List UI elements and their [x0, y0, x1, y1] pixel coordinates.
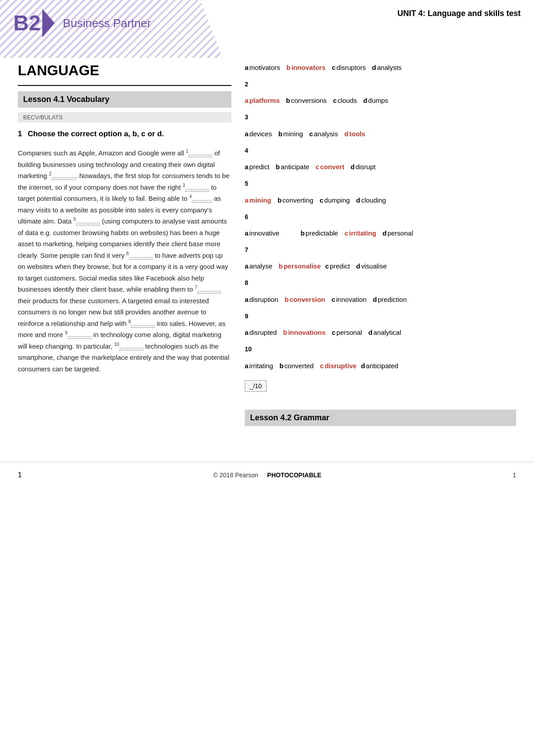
blank-7: .............: [197, 285, 221, 293]
q-number-2: 2: [245, 79, 516, 89]
opt-label-10b: b: [279, 362, 283, 370]
q-number-6: 6: [245, 212, 516, 222]
answer-row-6-header: 6: [245, 212, 516, 222]
opt-label-8a: a: [245, 296, 248, 303]
answer-row-3: adevices bmining canalysis dtools: [245, 129, 516, 139]
opt-label-4b: b: [276, 163, 280, 171]
blank-6: .............: [129, 252, 153, 260]
answer-row-9: adisrupted binnovations cpersonal danaly…: [245, 327, 516, 338]
opt-text-9b: innovations: [288, 329, 325, 336]
opt-label-7b: b: [279, 262, 283, 270]
answer-row-10: airritating bconverted cdisruptivedantic…: [245, 361, 516, 371]
answer-row-3-header: 3: [245, 112, 516, 122]
q-number-5: 5: [245, 179, 516, 188]
opt-text-7d: visualise: [361, 262, 387, 270]
left-column: LANGUAGE Lesson 4.1 Vocabulary BECV/BULA…: [18, 62, 231, 426]
q-number-9: 9: [245, 311, 516, 321]
logo-inner: B2 Business Partner: [13, 9, 151, 37]
logo-b2-text: B2: [13, 12, 40, 34]
answer-row-4-header: 4: [245, 146, 516, 155]
opt-text-3c: analysis: [314, 130, 338, 138]
exercise-instruction-text: Choose the correct option a, b, c or d.: [28, 130, 164, 138]
opt-label-3a: a: [245, 130, 248, 138]
opt-label-1a: a: [245, 64, 248, 71]
page-header: B2 Business Partner UNIT 4: Language and…: [0, 0, 534, 58]
footer-left: 1: [18, 471, 22, 479]
becv-label: BECV/BULATS: [18, 112, 231, 122]
opt-label-5a: a: [245, 196, 248, 204]
opt-label-7d: d: [356, 262, 360, 270]
opt-text-5c: dumping: [324, 196, 350, 204]
opt-text-1c: disruptors: [336, 64, 366, 71]
opt-text-1d: analysts: [377, 64, 401, 71]
opt-text-4b: anticipate: [281, 163, 309, 171]
answer-row-8: adisruption bconversion cinnovation dpre…: [245, 294, 516, 305]
blank-5: .............: [76, 217, 100, 225]
opt-text-8a: disruption: [249, 296, 278, 303]
opt-text-6a: innovative: [249, 229, 294, 237]
opt-label-8b: b: [285, 296, 289, 303]
answer-row-9-header: 9: [245, 311, 516, 321]
opt-text-2d: dumps: [368, 97, 388, 104]
photocopiable-text: PHOTOCOPIABLE: [267, 471, 321, 479]
opt-text-1a: motivators: [249, 64, 280, 71]
lesson-4-1-header: Lesson 4.1 Vocabulary: [18, 91, 231, 108]
opt-label-1c: c: [332, 64, 336, 71]
opt-label-10d: d: [361, 362, 365, 370]
opt-label-9a: a: [245, 329, 248, 336]
opt-text-7b: personalise: [283, 262, 320, 270]
answer-row-10-header: 10: [245, 344, 516, 354]
opt-label-9b: b: [283, 329, 287, 336]
opt-label-2a: a: [245, 97, 248, 104]
opt-label-5c: c: [320, 196, 323, 204]
opt-label-5b: b: [278, 196, 282, 204]
lesson-4-2-header: Lesson 4.2 Grammar: [245, 410, 516, 426]
score-box: _/10: [245, 380, 267, 392]
answer-row-7: aanalyse bpersonalisecpredict dvisualise: [245, 261, 516, 272]
opt-text-10d: anticipated: [366, 362, 398, 370]
opt-label-1d: d: [372, 64, 376, 71]
footer-page-number: 1: [513, 471, 516, 479]
blank-1: .............: [188, 149, 212, 157]
answer-row-2-header: 2: [245, 79, 516, 89]
main-content: LANGUAGE Lesson 4.1 Vocabulary BECV/BULA…: [0, 58, 534, 444]
unit-title: UNIT 4: Language and skills test: [397, 0, 534, 18]
divider: [18, 85, 231, 86]
answer-row-5-header: 5: [245, 179, 516, 188]
opt-label-6d: d: [383, 229, 387, 237]
answer-row-6: ainnovative bpredictable cirritating dpe…: [245, 228, 516, 239]
logo-arrow-icon: [42, 9, 55, 37]
opt-text-2c: clouds: [338, 97, 357, 104]
answer-row-5: amining bconverting cdumping dclouding: [245, 195, 516, 206]
opt-text-5a: mining: [249, 196, 271, 204]
opt-text-10a: irritating: [249, 362, 273, 370]
opt-label-3b: b: [278, 130, 282, 138]
opt-label-6b: b: [300, 229, 304, 237]
logo-b2-group: B2: [13, 9, 55, 37]
q-number-8: 8: [245, 278, 516, 288]
opt-label-7a: a: [245, 262, 248, 270]
footer-center: © 2018 Pearson PHOTOCOPIABLE: [213, 471, 321, 479]
opt-text-2b: conversions: [291, 97, 327, 104]
opt-text-4d: disrupt: [356, 163, 376, 171]
q-number-3: 3: [245, 112, 516, 122]
blank-8: .............: [131, 320, 155, 328]
opt-text-9a: disrupted: [249, 329, 277, 336]
opt-label-10a: a: [245, 362, 248, 370]
blank-4: ...........: [192, 195, 212, 203]
opt-label-3c: c: [309, 130, 313, 138]
opt-label-3d: d: [344, 130, 348, 138]
answer-row-4: apredict banticipate cconvert ddisrupt: [245, 162, 516, 172]
page-number-left: 1: [18, 471, 22, 479]
opt-text-9c: personal: [336, 329, 362, 336]
answer-row-8-header: 8: [245, 278, 516, 288]
opt-text-4a: predict: [249, 163, 269, 171]
opt-text-8b: conversion: [290, 296, 325, 303]
q-number-4: 4: [245, 146, 516, 155]
logo-area: B2 Business Partner: [0, 0, 222, 58]
opt-label-9d: d: [368, 329, 372, 336]
opt-label-8c: c: [332, 296, 335, 303]
opt-label-2b: b: [286, 97, 290, 104]
q-number-10: 10: [245, 344, 516, 354]
score-area: _/10: [245, 378, 516, 392]
